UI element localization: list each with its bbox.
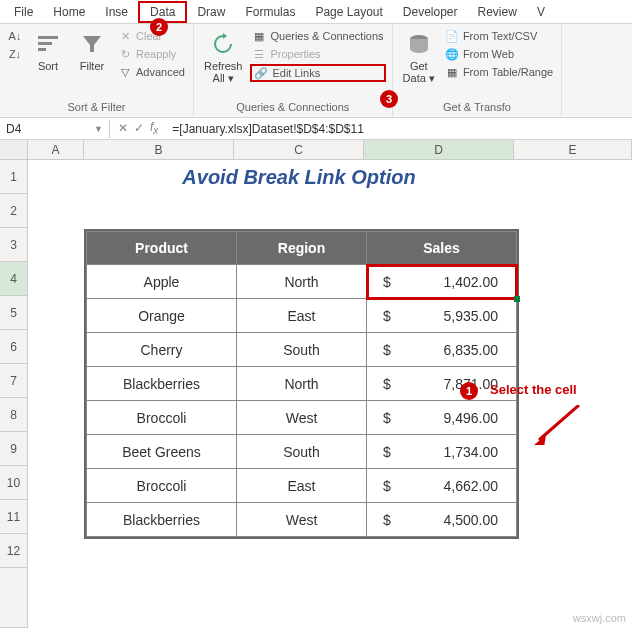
select-cell-annotation: Select the cell [490, 382, 577, 397]
currency-symbol: $ [379, 376, 391, 392]
tab-draw[interactable]: Draw [187, 1, 235, 23]
currency-symbol: $ [379, 410, 391, 426]
edit-links-button[interactable]: 🔗Edit Links [250, 64, 385, 82]
group-get-data: GetData ▾ 📄From Text/CSV 🌐From Web ▦From… [393, 24, 563, 117]
accept-icon[interactable]: ✓ [134, 121, 144, 135]
cell-region[interactable]: West [237, 503, 367, 537]
cell-product[interactable]: Orange [87, 299, 237, 333]
row-header-4[interactable]: 4 [0, 262, 28, 296]
row-header-12[interactable]: 12 [0, 534, 28, 568]
cancel-icon[interactable]: ✕ [118, 121, 128, 135]
currency-symbol: $ [379, 308, 391, 324]
cell-product[interactable]: Apple [87, 265, 237, 299]
sort-za-button[interactable]: Z↓ [6, 46, 24, 62]
currency-symbol: $ [379, 274, 391, 290]
tab-insert[interactable]: Inse [95, 1, 138, 23]
reapply-button[interactable]: ↻Reapply [116, 46, 187, 62]
cell-region[interactable]: North [237, 367, 367, 401]
from-table-button[interactable]: ▦From Table/Range [443, 64, 555, 80]
group-queries: RefreshAll ▾ ▦Queries & Connections ☰Pro… [194, 24, 393, 117]
cell-region[interactable]: South [237, 435, 367, 469]
from-text-csv-button[interactable]: 📄From Text/CSV [443, 28, 555, 44]
row-header-8[interactable]: 8 [0, 398, 28, 432]
tab-formulas[interactable]: Formulas [235, 1, 305, 23]
row-header-7[interactable]: 7 [0, 364, 28, 398]
properties-icon: ☰ [252, 47, 266, 61]
sort-button[interactable]: Sort [28, 26, 68, 76]
cell-region[interactable]: West [237, 401, 367, 435]
tab-developer[interactable]: Developer [393, 1, 468, 23]
name-box-value: D4 [6, 122, 21, 136]
cell-product[interactable]: Blackberries [87, 367, 237, 401]
az-icon: A↓ [8, 29, 22, 43]
name-box-dropdown-icon[interactable]: ▼ [94, 124, 103, 134]
col-header-A[interactable]: A [28, 140, 84, 159]
row-header-10[interactable]: 10 [0, 466, 28, 500]
cell-sales[interactable]: $6,835.00 [367, 333, 517, 367]
cell-product[interactable]: Blackberries [87, 503, 237, 537]
row-header-9[interactable]: 9 [0, 432, 28, 466]
col-header-B[interactable]: B [84, 140, 234, 159]
filter-button[interactable]: Filter [72, 26, 112, 76]
ribbon-body: A↓ Z↓ Sort Filter ✕Clear ↻Reapply ▽Advan… [0, 24, 632, 118]
header-product[interactable]: Product [87, 232, 237, 265]
cell-product[interactable]: Beet Greens [87, 435, 237, 469]
sales-value: 4,662.00 [444, 478, 505, 494]
cell-region[interactable]: East [237, 469, 367, 503]
cell-product[interactable]: Broccoli [87, 469, 237, 503]
row-header-1[interactable]: 1 [0, 160, 28, 194]
cell-sales[interactable]: $4,500.00 [367, 503, 517, 537]
cell-sales[interactable]: $4,662.00 [367, 469, 517, 503]
tab-view[interactable]: V [527, 1, 555, 23]
tab-file[interactable]: File [4, 1, 43, 23]
row-header-3[interactable]: 3 [0, 228, 28, 262]
row-header-6[interactable]: 6 [0, 330, 28, 364]
sort-az-button[interactable]: A↓ [6, 28, 24, 44]
callout-1: 1 [460, 382, 478, 400]
cell-sales[interactable]: $1,734.00 [367, 435, 517, 469]
refresh-all-button[interactable]: RefreshAll ▾ [200, 26, 247, 88]
fx-icon[interactable]: fx [150, 120, 158, 136]
currency-symbol: $ [379, 512, 391, 528]
table-row: OrangeEast$5,935.00 [87, 299, 517, 333]
tab-review[interactable]: Review [468, 1, 527, 23]
advanced-button[interactable]: ▽Advanced [116, 64, 187, 80]
cell-region[interactable]: South [237, 333, 367, 367]
table-row: Beet GreensSouth$1,734.00 [87, 435, 517, 469]
formula-input[interactable]: =[January.xlsx]Dataset!$D$4:$D$11 [166, 120, 632, 138]
table-row: BroccoliWest$9,496.00 [87, 401, 517, 435]
row-header-5[interactable]: 5 [0, 296, 28, 330]
cell-region[interactable]: East [237, 299, 367, 333]
row-header-11[interactable]: 11 [0, 500, 28, 534]
tab-home[interactable]: Home [43, 1, 95, 23]
cell-sales[interactable]: $1,402.00 [367, 265, 517, 299]
formula-buttons: ✕ ✓ fx [110, 120, 166, 136]
svg-rect-2 [38, 48, 46, 51]
col-header-D[interactable]: D [364, 140, 514, 159]
table-row: BlackberriesNorth$7,871.00 [87, 367, 517, 401]
data-table: Product Region Sales AppleNorth$1,402.00… [84, 229, 519, 539]
cell-product[interactable]: Cherry [87, 333, 237, 367]
web-icon: 🌐 [445, 47, 459, 61]
col-header-C[interactable]: C [234, 140, 364, 159]
row-header-2[interactable]: 2 [0, 194, 28, 228]
cell-product[interactable]: Broccoli [87, 401, 237, 435]
header-sales[interactable]: Sales [367, 232, 517, 265]
cell-sales[interactable]: $9,496.00 [367, 401, 517, 435]
col-header-E[interactable]: E [514, 140, 632, 159]
link-icon: 🔗 [254, 66, 268, 80]
from-web-button[interactable]: 🌐From Web [443, 46, 555, 62]
sales-value: 9,496.00 [444, 410, 505, 426]
get-data-button[interactable]: GetData ▾ [399, 26, 439, 88]
header-region[interactable]: Region [237, 232, 367, 265]
callout-3: 3 [380, 90, 398, 108]
select-all-corner[interactable] [0, 140, 28, 159]
tab-page-layout[interactable]: Page Layout [305, 1, 392, 23]
cell-sales[interactable]: $5,935.00 [367, 299, 517, 333]
cell-region[interactable]: North [237, 265, 367, 299]
name-box[interactable]: D4 ▼ [0, 120, 110, 138]
refresh-icon [209, 30, 237, 58]
currency-symbol: $ [379, 478, 391, 494]
queries-connections-button[interactable]: ▦Queries & Connections [250, 28, 385, 44]
properties-button[interactable]: ☰Properties [250, 46, 385, 62]
